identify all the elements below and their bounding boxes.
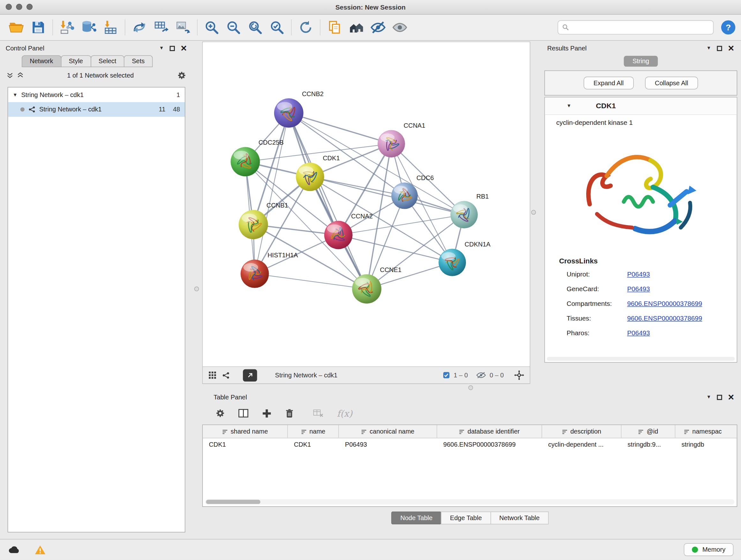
network-arrows-button[interactable]: [129, 17, 150, 38]
tab-style[interactable]: Style: [61, 55, 91, 67]
float-panel-icon[interactable]: [170, 46, 175, 51]
open-session-button[interactable]: [6, 17, 27, 38]
warning-icon[interactable]: [35, 544, 46, 555]
float-panel-icon[interactable]: [717, 395, 722, 400]
image-export-button[interactable]: [172, 17, 194, 38]
zoom-fit-button[interactable]: [245, 17, 266, 38]
network-node-cdkn1a[interactable]: [439, 249, 466, 276]
show-all-button[interactable]: [389, 17, 411, 38]
global-search-field[interactable]: [557, 20, 714, 35]
panel-menu-icon[interactable]: ▼: [706, 395, 711, 400]
network-graph[interactable]: CCNB2CCNA1CDC25BCDK1CDC6RB1CCNB1CCNA2CDK…: [203, 42, 530, 367]
crosslink-link[interactable]: P06493: [627, 285, 650, 293]
tab-select[interactable]: Select: [91, 55, 125, 67]
plus-icon[interactable]: [262, 408, 272, 418]
table-row[interactable]: CDK1 CDK1 P06493 9606.ENSP00000378699 cy…: [203, 438, 737, 451]
panel-menu-icon[interactable]: ▼: [159, 46, 164, 51]
zoom-selected-button[interactable]: [266, 17, 288, 38]
refresh-button[interactable]: [295, 17, 317, 38]
network-node-cdc6[interactable]: [391, 183, 418, 209]
entry-header[interactable]: ▼ CDK1: [545, 98, 737, 115]
cloud-icon[interactable]: [8, 545, 20, 554]
network-node-ccna2[interactable]: [324, 221, 353, 249]
network-edge[interactable]: [255, 273, 367, 289]
minimize-window-button[interactable]: [16, 4, 22, 10]
network-edge[interactable]: [289, 113, 367, 289]
scrollbar-thumb[interactable]: [206, 500, 260, 504]
column-header[interactable]: canonical name: [339, 425, 437, 438]
copy-document-button[interactable]: [324, 17, 345, 38]
column-header[interactable]: shared name: [203, 425, 288, 438]
collapse-all-icon[interactable]: [7, 72, 13, 78]
column-header[interactable]: name: [288, 425, 339, 438]
columns-icon[interactable]: [238, 408, 249, 418]
search-input[interactable]: [572, 23, 709, 31]
grid-icon[interactable]: [208, 371, 216, 379]
tree-expand-icon[interactable]: ▼: [13, 92, 17, 98]
export-network-button[interactable]: [243, 369, 257, 381]
tab-node-table[interactable]: Node Table: [391, 511, 441, 524]
crosslink-link[interactable]: P06493: [627, 329, 650, 336]
hidden-eye-icon[interactable]: [476, 372, 486, 379]
expand-all-icon[interactable]: [17, 72, 23, 78]
share-icon[interactable]: [222, 371, 230, 379]
column-header[interactable]: description: [542, 425, 622, 438]
expand-all-button[interactable]: Expand All: [584, 77, 634, 89]
gear-icon[interactable]: [177, 71, 186, 79]
crosslink-link[interactable]: P06493: [627, 270, 650, 278]
import-network-file-button[interactable]: [56, 17, 78, 38]
crosslink-link[interactable]: 9606.ENSP00000378699: [627, 314, 702, 322]
tab-network[interactable]: Network: [22, 55, 61, 67]
close-panel-icon[interactable]: ✕: [728, 393, 734, 401]
splitter-handle[interactable]: [531, 210, 536, 215]
hide-unhide-button[interactable]: [367, 17, 389, 38]
maximize-window-button[interactable]: [26, 4, 32, 10]
collapse-entry-icon[interactable]: ▼: [567, 104, 571, 108]
tab-edge-table[interactable]: Edge Table: [441, 511, 491, 524]
network-node-cdc25b[interactable]: [231, 147, 260, 177]
panel-menu-icon[interactable]: ▼: [706, 46, 711, 51]
network-node-cdk1[interactable]: [296, 163, 324, 191]
network-edge[interactable]: [255, 113, 289, 273]
table-export-button[interactable]: [150, 17, 172, 38]
tab-sets[interactable]: Sets: [124, 55, 152, 67]
network-node-ccne1[interactable]: [352, 274, 381, 304]
float-panel-icon[interactable]: [717, 46, 722, 51]
close-window-button[interactable]: [6, 4, 12, 10]
close-panel-icon[interactable]: ✕: [180, 44, 187, 52]
network-edge[interactable]: [289, 113, 391, 144]
trash-icon[interactable]: [285, 408, 294, 418]
import-table-button[interactable]: [99, 17, 121, 38]
save-session-button[interactable]: [27, 17, 49, 38]
network-node-hist1h1a[interactable]: [241, 260, 269, 288]
splitter-handle[interactable]: [194, 287, 199, 291]
gear-icon[interactable]: [215, 408, 225, 418]
network-node-ccna1[interactable]: [378, 130, 405, 158]
network-collection-row[interactable]: ▼ String Network – cdk1 1: [8, 87, 185, 102]
tab-network-table[interactable]: Network Table: [490, 511, 549, 524]
network-node-ccnb1[interactable]: [239, 210, 268, 240]
zoom-in-button[interactable]: [201, 17, 222, 38]
help-button[interactable]: ?: [721, 20, 735, 35]
column-header[interactable]: namespac: [675, 425, 730, 438]
zoom-out-button[interactable]: [222, 17, 244, 38]
collapse-all-button[interactable]: Collapse All: [645, 77, 698, 89]
tab-string[interactable]: String: [624, 56, 658, 67]
import-network-database-button[interactable]: [78, 17, 99, 38]
checkbox-icon[interactable]: [443, 372, 450, 379]
splitter-handle[interactable]: [468, 385, 473, 390]
column-header[interactable]: database identifier: [437, 425, 542, 438]
memory-button[interactable]: Memory: [684, 543, 733, 556]
houses-button[interactable]: [346, 17, 367, 38]
network-canvas[interactable]: CCNB2CCNA1CDC25BCDK1CDC6RB1CCNB1CCNA2CDK…: [203, 42, 530, 367]
crosshair-icon[interactable]: [514, 370, 524, 380]
crosslink-link[interactable]: 9606.ENSP00000378699: [627, 300, 702, 307]
network-row[interactable]: String Network – cdk1 11 48: [8, 102, 185, 117]
network-edge[interactable]: [310, 177, 464, 214]
column-header[interactable]: @id: [621, 425, 675, 438]
horizontal-scrollbar[interactable]: [205, 499, 735, 504]
network-node-ccnb2[interactable]: [274, 98, 304, 128]
close-panel-icon[interactable]: ✕: [728, 44, 734, 52]
network-node-rb1[interactable]: [450, 201, 478, 228]
horizontal-scrollbar[interactable]: [547, 357, 735, 361]
